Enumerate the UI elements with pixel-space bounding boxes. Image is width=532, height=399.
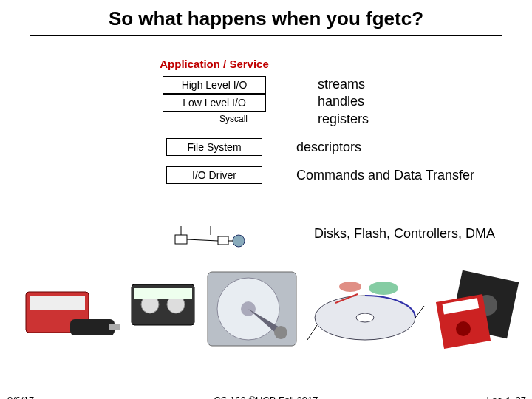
title-underline [30, 35, 502, 36]
svg-point-19 [274, 326, 287, 339]
svg-line-25 [307, 325, 317, 340]
application-service-label: Application / Service [148, 58, 281, 70]
slide-title: So what happens when you fgetc? [0, 0, 532, 30]
file-system-box: File System [166, 138, 262, 156]
hard-disk-image [204, 265, 300, 349]
svg-line-4 [187, 239, 218, 241]
tape-image [128, 273, 198, 340]
io-stack: Application / Service High Level I/O Low… [148, 58, 517, 185]
io-driver-box: I/O Driver [166, 166, 262, 184]
hardware-label: Disks, Flash, Controllers, DMA [314, 226, 495, 242]
footer-lecture-number: Lec 4. 37 [487, 395, 527, 399]
platter-diagram-image [306, 259, 428, 355]
svg-point-21 [356, 313, 374, 322]
svg-point-22 [369, 282, 398, 295]
hardware-row: Disks, Flash, Controllers, DMA [159, 226, 495, 248]
low-level-io-box: Low Level I/O [163, 94, 266, 112]
commands-label: Commands and Data Transfer [296, 168, 474, 183]
svg-rect-8 [30, 296, 85, 310]
ssd-image [22, 266, 122, 347]
svg-rect-9 [70, 319, 115, 335]
svg-rect-3 [218, 236, 228, 245]
hardware-images-row [22, 251, 525, 362]
svg-rect-2 [175, 235, 187, 244]
handles-label: handles [318, 94, 369, 109]
svg-line-24 [415, 306, 424, 318]
svg-point-30 [456, 321, 471, 336]
syscall-box: Syscall [205, 112, 262, 126]
registers-label: registers [318, 112, 369, 127]
streams-label: streams [318, 77, 369, 92]
floppy-image [434, 262, 522, 351]
descriptors-label: descriptors [296, 140, 361, 155]
svg-point-5 [233, 235, 245, 247]
svg-rect-10 [109, 324, 120, 330]
footer-course: CS 162 ©UCB Fall 2017 [0, 395, 532, 399]
svg-point-23 [339, 282, 361, 292]
svg-rect-14 [134, 288, 192, 299]
high-level-io-box: High Level I/O [163, 76, 266, 94]
hardware-connector-icon [159, 226, 277, 248]
